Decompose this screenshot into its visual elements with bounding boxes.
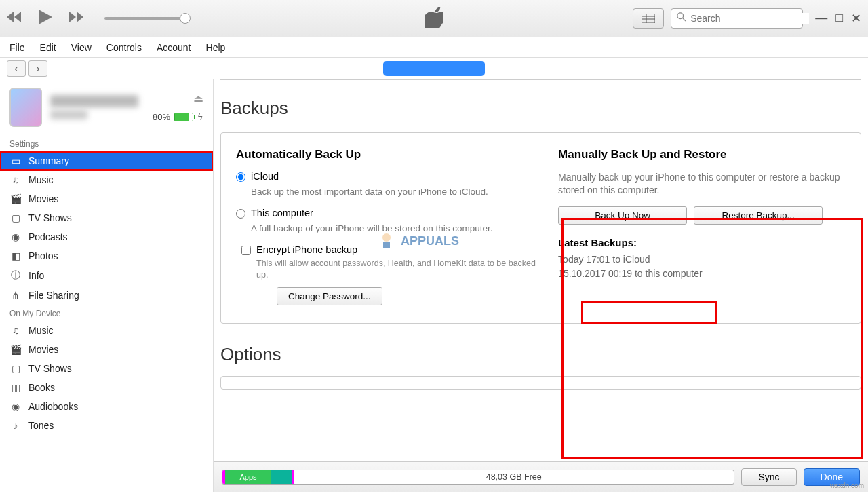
battery-percent: 80%: [153, 112, 170, 122]
device-item-audiobooks[interactable]: ◉Audiobooks: [0, 397, 213, 416]
sidebar-label: Audiobooks: [28, 401, 78, 412]
sidebar-label: Movies: [28, 193, 58, 204]
play-icon[interactable]: [39, 10, 52, 27]
sidebar-label: Tones: [28, 420, 54, 431]
latest-backup-1: Today 17:01 to iCloud: [558, 252, 846, 267]
device-name-pill[interactable]: [383, 61, 485, 76]
encrypt-desc: This will allow account passwords, Healt…: [256, 258, 538, 280]
sidebar-label: Photos: [28, 250, 58, 261]
menu-help[interactable]: Help: [206, 42, 226, 53]
sidebar-label: Movies: [28, 344, 58, 355]
menu-file[interactable]: File: [9, 42, 25, 53]
search-box[interactable]: [671, 8, 803, 29]
credit-text: wsxdn.com: [830, 482, 864, 489]
eject-icon[interactable]: ⏏: [193, 92, 203, 105]
sync-button[interactable]: Sync: [741, 468, 796, 486]
svg-line-5: [683, 18, 686, 21]
next-icon[interactable]: [69, 12, 84, 25]
volume-slider[interactable]: [104, 17, 186, 20]
svg-point-4: [677, 13, 684, 19]
manual-desc: Manually back up your iPhone to this com…: [558, 171, 846, 197]
sidebar-item-movies[interactable]: 🎬Movies: [0, 189, 213, 208]
menu-account[interactable]: Account: [157, 42, 191, 53]
sidebar-item-tvshows[interactable]: ▢TV Shows: [0, 208, 213, 227]
restore-backup-button[interactable]: Restore Backup...: [694, 206, 823, 225]
sidebar-label: TV Shows: [28, 212, 72, 223]
change-password-button[interactable]: Change Password...: [277, 287, 382, 305]
share-icon: ⋔: [9, 290, 22, 301]
music-icon: ♫: [9, 174, 22, 185]
sidebar-label: Podcasts: [28, 231, 68, 242]
close-icon[interactable]: ✕: [851, 11, 861, 26]
movies-icon: 🎬: [9, 344, 22, 355]
photos-icon: ◧: [9, 250, 22, 261]
sidebar-label: Summary: [28, 155, 69, 166]
battery-icon: [174, 113, 193, 121]
icloud-desc: Back up the most important data on your …: [251, 186, 538, 198]
device-item-movies[interactable]: 🎬Movies: [0, 340, 213, 359]
menu-controls[interactable]: Controls: [106, 42, 142, 53]
settings-section-title: Settings: [0, 135, 213, 151]
info-icon: ⓘ: [9, 269, 22, 282]
svg-rect-0: [642, 14, 655, 23]
device-item-tvshows[interactable]: ▢TV Shows: [0, 359, 213, 378]
tv-icon: ▢: [9, 363, 22, 374]
movies-icon: 🎬: [9, 193, 22, 204]
sidebar: ⏏ 80% ϟ Settings ▭Summary ♫Music 🎬Movies…: [0, 79, 214, 492]
sidebar-item-info[interactable]: ⓘInfo: [0, 265, 213, 286]
auto-backup-heading: Automatically Back Up: [236, 148, 538, 162]
maximize-icon[interactable]: □: [835, 11, 843, 26]
charging-icon: ϟ: [197, 112, 203, 122]
device-thumbnail: [9, 88, 42, 127]
options-title: Options: [214, 337, 868, 372]
latest-backup-2: 15.10.2017 00:19 to this computer: [558, 267, 846, 281]
sidebar-item-podcasts[interactable]: ◉Podcasts: [0, 227, 213, 246]
forward-button[interactable]: ›: [28, 60, 47, 77]
thispc-radio[interactable]: [236, 209, 245, 219]
menu-view[interactable]: View: [71, 42, 92, 53]
device-item-books[interactable]: ▥Books: [0, 378, 213, 397]
window-controls: ― □ ✕: [815, 11, 861, 26]
device-sub-blur: [50, 110, 87, 119]
menu-bar: File Edit View Controls Account Help: [0, 37, 868, 58]
latest-backups-heading: Latest Backups:: [558, 237, 846, 248]
backup-now-button[interactable]: Back Up Now: [558, 206, 687, 225]
icloud-label: iCloud: [251, 171, 279, 182]
device-item-tones[interactable]: ♪Tones: [0, 416, 213, 435]
minimize-icon[interactable]: ―: [815, 11, 827, 26]
sidebar-label: Music: [28, 325, 54, 336]
thispc-desc: A full backup of your iPhone will be sto…: [251, 223, 538, 235]
manual-heading: Manually Back Up and Restore: [558, 148, 846, 162]
apps-segment: Apps: [225, 470, 271, 484]
music-icon: ♫: [9, 325, 22, 336]
search-input[interactable]: [690, 13, 809, 24]
tones-icon: ♪: [9, 420, 22, 431]
encrypt-checkbox[interactable]: [241, 246, 251, 255]
prev-icon[interactable]: [7, 12, 22, 25]
sidebar-label: Info: [28, 270, 44, 281]
sidebar-item-filesharing[interactable]: ⋔File Sharing: [0, 286, 213, 305]
device-item-music[interactable]: ♫Music: [0, 321, 213, 340]
sidebar-item-music[interactable]: ♫Music: [0, 170, 213, 189]
podcast-icon: ◉: [9, 231, 22, 242]
content-area: Backups Automatically Back Up iCloud Bac…: [214, 79, 868, 492]
search-icon: [677, 12, 686, 24]
icloud-radio[interactable]: [236, 172, 245, 182]
device-name-blur: [50, 95, 138, 107]
apple-logo-icon: [425, 6, 443, 31]
sidebar-label: TV Shows: [28, 363, 72, 374]
sidebar-label: File Sharing: [28, 290, 79, 301]
nav-row: ‹ ›: [0, 58, 868, 79]
device-section-title: On My Device: [0, 305, 213, 321]
sidebar-item-photos[interactable]: ◧Photos: [0, 246, 213, 265]
books-icon: ▥: [9, 382, 22, 393]
backups-title: Backups: [214, 80, 868, 126]
back-button[interactable]: ‹: [7, 60, 26, 77]
capacity-bar: Apps 48,03 GB Free: [222, 470, 734, 485]
device-header: ⏏ 80% ϟ: [0, 79, 213, 135]
encrypt-label: Encrypt iPhone backup: [256, 244, 357, 255]
menu-edit[interactable]: Edit: [40, 42, 56, 53]
mini-player-button[interactable]: [633, 8, 664, 29]
audiobook-icon: ◉: [9, 401, 22, 412]
sidebar-item-summary[interactable]: ▭Summary: [0, 151, 213, 170]
